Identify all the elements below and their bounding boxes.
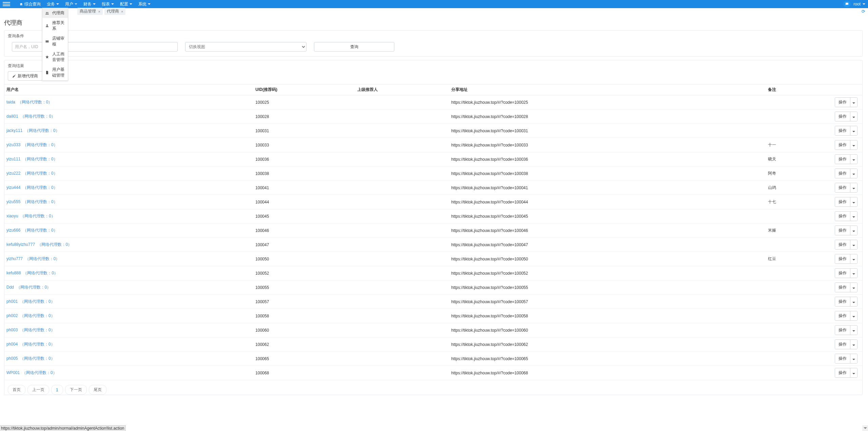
action-dropdown[interactable] xyxy=(850,112,857,121)
action-dropdown[interactable] xyxy=(850,140,857,150)
action-button[interactable]: 操作 xyxy=(835,340,850,349)
action-dropdown[interactable] xyxy=(850,240,857,249)
action-button[interactable]: 操作 xyxy=(835,197,850,207)
tab-product[interactable]: 商品管理× xyxy=(77,8,102,15)
username-link[interactable]: yizhu777 xyxy=(6,256,23,261)
action-button[interactable]: 操作 xyxy=(835,326,850,335)
username-link[interactable]: yizu222 xyxy=(6,171,20,176)
username-link[interactable]: yizu111 xyxy=(6,157,20,161)
remark-cell: 十一 xyxy=(766,138,817,152)
username-link[interactable]: ph004 xyxy=(6,342,18,347)
action-dropdown[interactable] xyxy=(850,326,857,335)
uid-cell: 100031 xyxy=(253,124,355,138)
username-link[interactable]: ph005 xyxy=(6,356,18,361)
add-agent-button[interactable]: 新增代理商 xyxy=(8,71,42,81)
action-dropdown[interactable] xyxy=(850,98,857,107)
action-button[interactable]: 操作 xyxy=(835,155,850,164)
agent-count: （网络代理数：0） xyxy=(23,228,58,233)
action-dropdown[interactable] xyxy=(850,126,857,135)
nav-home[interactable]: 综合查询 xyxy=(16,1,44,7)
nav-user[interactable]: 用户 xyxy=(62,1,80,7)
action-dropdown[interactable] xyxy=(850,183,857,192)
action-dropdown[interactable] xyxy=(850,197,857,207)
close-icon[interactable]: × xyxy=(121,9,123,14)
username-link[interactable]: taida xyxy=(6,100,15,104)
username-link[interactable]: xiaoyu xyxy=(6,214,18,218)
action-dropdown[interactable] xyxy=(850,297,857,306)
nav-report[interactable]: 报表 xyxy=(99,1,117,7)
action-button[interactable]: 操作 xyxy=(835,169,850,178)
action-dropdown[interactable] xyxy=(850,368,857,377)
chat-icon[interactable] xyxy=(843,1,851,7)
username-link[interactable]: jacky111 xyxy=(6,128,22,133)
action-button[interactable]: 操作 xyxy=(835,240,850,249)
username-link[interactable]: ph001 xyxy=(6,299,18,304)
username-link[interactable]: Ddd xyxy=(6,285,14,290)
page-current[interactable]: 1 xyxy=(51,385,63,395)
username-link[interactable]: ph002 xyxy=(6,313,18,318)
action-button[interactable]: 操作 xyxy=(835,112,850,121)
search-input[interactable] xyxy=(12,42,178,52)
dd-agent[interactable]: 代理商 xyxy=(42,8,68,18)
action-button[interactable]: 操作 xyxy=(835,183,850,192)
url-cell: https://tiktok.jiuzhouw.top/#/?code=1000… xyxy=(449,309,766,323)
action-dropdown[interactable] xyxy=(850,340,857,349)
page-first[interactable]: 首页 xyxy=(8,385,25,395)
action-dropdown[interactable] xyxy=(850,311,857,320)
query-button[interactable]: 查询 xyxy=(314,42,394,52)
action-button[interactable]: 操作 xyxy=(835,297,850,306)
action-dropdown[interactable] xyxy=(850,354,857,363)
view-select[interactable]: 切换视图 xyxy=(185,42,307,52)
dd-manual-voice[interactable]: 人工画音管理 xyxy=(42,49,68,65)
page-prev[interactable]: 上一页 xyxy=(27,385,49,395)
action-dropdown[interactable] xyxy=(850,269,857,278)
username-link[interactable]: yizu333 xyxy=(6,142,20,147)
url-cell: https://tiktok.jiuzhouw.top/#/?code=1000… xyxy=(449,352,766,366)
action-button[interactable]: 操作 xyxy=(835,254,850,263)
username-link[interactable]: daili01 xyxy=(6,114,18,119)
action-button[interactable]: 操作 xyxy=(835,283,850,292)
action-button[interactable]: 操作 xyxy=(835,126,850,135)
action-button[interactable]: 操作 xyxy=(835,140,850,150)
username-link[interactable]: WP001 xyxy=(6,370,20,375)
username-link[interactable]: yizu666 xyxy=(6,228,20,233)
page-next[interactable]: 下一页 xyxy=(65,385,87,395)
action-button[interactable]: 操作 xyxy=(835,354,850,363)
superior-cell xyxy=(355,366,449,380)
dd-user-base[interactable]: 用户基础管理 xyxy=(42,65,68,80)
scroll-down-icon[interactable] xyxy=(862,425,868,431)
action-dropdown[interactable] xyxy=(850,169,857,178)
refresh-icon[interactable]: ⟳ xyxy=(862,9,865,14)
username-link[interactable]: kefu88yizhu777 xyxy=(6,242,35,247)
action-dropdown[interactable] xyxy=(850,212,857,221)
username-link[interactable]: ph003 xyxy=(6,328,18,332)
action-button[interactable]: 操作 xyxy=(835,269,850,278)
close-icon[interactable]: × xyxy=(98,9,100,14)
action-button[interactable]: 操作 xyxy=(835,98,850,107)
nav-finance[interactable]: 财务 xyxy=(80,1,99,7)
username-link[interactable]: yizu444 xyxy=(6,185,20,190)
action-button[interactable]: 操作 xyxy=(835,368,850,377)
user-menu[interactable]: root xyxy=(853,2,865,6)
action-dropdown[interactable] xyxy=(850,254,857,263)
nav-config[interactable]: 配置 xyxy=(117,1,135,7)
uid-cell: 100028 xyxy=(253,110,355,124)
action-button[interactable]: 操作 xyxy=(835,311,850,320)
col-share-url: 分享地址 xyxy=(449,84,766,95)
menu-toggle-icon[interactable] xyxy=(3,0,10,8)
action-dropdown[interactable] xyxy=(850,155,857,164)
action-button[interactable]: 操作 xyxy=(835,226,850,235)
action-dropdown[interactable] xyxy=(850,226,857,235)
tab-agent[interactable]: 代理商× xyxy=(104,8,125,15)
col-username: 用户名 xyxy=(4,84,253,95)
username-link[interactable]: yizu555 xyxy=(6,199,20,204)
page-last[interactable]: 尾页 xyxy=(89,385,106,395)
nav-business[interactable]: 业务 xyxy=(44,1,62,7)
nav-system[interactable]: 系统 xyxy=(135,1,154,7)
action-button[interactable]: 操作 xyxy=(835,212,850,221)
caret-down-icon xyxy=(852,345,855,346)
username-link[interactable]: kefu888 xyxy=(6,271,21,275)
dd-referral[interactable]: 推荐关系 xyxy=(42,18,68,34)
action-dropdown[interactable] xyxy=(850,283,857,292)
dd-shop-audit[interactable]: 店铺审核 xyxy=(42,34,68,49)
